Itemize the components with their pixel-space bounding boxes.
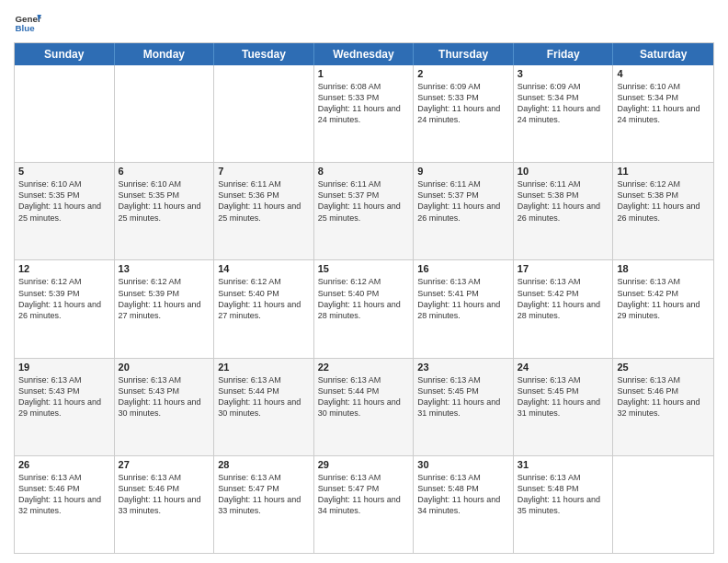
day-number: 8 [318,166,410,177]
day-number: 21 [218,362,310,373]
calendar-row-3: 19Sunrise: 6:13 AM Sunset: 5:43 PM Dayli… [15,358,713,455]
calendar-cell: 21Sunrise: 6:13 AM Sunset: 5:44 PM Dayli… [214,359,314,455]
page: General Blue SundayMondayTuesdayWednesda… [0,0,728,563]
logo-icon: General Blue [14,9,41,37]
calendar-cell: 13Sunrise: 6:12 AM Sunset: 5:39 PM Dayli… [115,260,215,357]
day-info: Sunrise: 6:13 AM Sunset: 5:41 PM Dayligh… [417,276,509,321]
header: General Blue [14,9,714,37]
calendar-row-1: 5Sunrise: 6:10 AM Sunset: 5:35 PM Daylig… [15,162,713,259]
calendar-cell: 30Sunrise: 6:13 AM Sunset: 5:48 PM Dayli… [414,456,514,553]
calendar-cell: 4Sunrise: 6:10 AM Sunset: 5:34 PM Daylig… [613,65,713,162]
calendar-cell [613,456,713,553]
day-number: 3 [518,68,609,79]
day-number: 24 [518,362,609,373]
day-info: Sunrise: 6:10 AM Sunset: 5:35 PM Dayligh… [119,178,210,224]
calendar-cell [15,65,115,162]
day-number: 11 [617,166,710,177]
calendar-row-0: 1Sunrise: 6:08 AM Sunset: 5:33 PM Daylig… [15,65,713,162]
calendar-cell: 23Sunrise: 6:13 AM Sunset: 5:45 PM Dayli… [414,359,514,455]
header-day-thursday: Thursday [414,43,514,65]
day-info: Sunrise: 6:09 AM Sunset: 5:34 PM Dayligh… [518,81,609,126]
calendar-cell: 8Sunrise: 6:11 AM Sunset: 5:37 PM Daylig… [314,163,415,259]
day-info: Sunrise: 6:11 AM Sunset: 5:38 PM Dayligh… [518,178,609,224]
day-info: Sunrise: 6:12 AM Sunset: 5:38 PM Dayligh… [617,178,710,224]
day-number: 9 [417,166,509,177]
header-day-friday: Friday [514,43,614,65]
day-info: Sunrise: 6:12 AM Sunset: 5:40 PM Dayligh… [218,276,310,321]
day-number: 20 [119,362,210,373]
header-day-monday: Monday [115,43,215,65]
calendar-cell: 18Sunrise: 6:13 AM Sunset: 5:42 PM Dayli… [613,260,713,357]
calendar-cell: 9Sunrise: 6:11 AM Sunset: 5:37 PM Daylig… [414,163,514,259]
day-number: 13 [119,263,210,274]
day-number: 18 [617,263,710,274]
calendar-cell: 5Sunrise: 6:10 AM Sunset: 5:35 PM Daylig… [15,163,115,259]
day-info: Sunrise: 6:08 AM Sunset: 5:33 PM Dayligh… [318,81,410,126]
header-day-tuesday: Tuesday [214,43,314,65]
day-number: 23 [417,362,509,373]
day-info: Sunrise: 6:11 AM Sunset: 5:37 PM Dayligh… [417,178,509,224]
calendar-cell: 20Sunrise: 6:13 AM Sunset: 5:43 PM Dayli… [115,359,215,455]
day-number: 15 [318,263,410,274]
day-number: 6 [119,166,210,177]
day-number: 1 [318,68,410,79]
calendar-cell: 26Sunrise: 6:13 AM Sunset: 5:46 PM Dayli… [15,456,115,553]
day-info: Sunrise: 6:13 AM Sunset: 5:44 PM Dayligh… [218,374,310,419]
calendar-cell: 6Sunrise: 6:10 AM Sunset: 5:35 PM Daylig… [115,163,215,259]
day-info: Sunrise: 6:13 AM Sunset: 5:42 PM Dayligh… [518,276,609,321]
calendar-header: SundayMondayTuesdayWednesdayThursdayFrid… [15,43,713,65]
calendar: SundayMondayTuesdayWednesdayThursdayFrid… [14,42,714,554]
day-info: Sunrise: 6:13 AM Sunset: 5:43 PM Dayligh… [18,374,110,419]
calendar-cell [214,65,314,162]
day-number: 27 [119,459,210,470]
day-info: Sunrise: 6:10 AM Sunset: 5:34 PM Dayligh… [617,81,710,126]
calendar-cell: 7Sunrise: 6:11 AM Sunset: 5:36 PM Daylig… [214,163,314,259]
day-info: Sunrise: 6:13 AM Sunset: 5:46 PM Dayligh… [119,472,210,517]
day-info: Sunrise: 6:13 AM Sunset: 5:43 PM Dayligh… [119,374,210,419]
day-number: 12 [18,263,110,274]
day-number: 16 [417,263,509,274]
calendar-cell: 17Sunrise: 6:13 AM Sunset: 5:42 PM Dayli… [514,260,614,357]
day-number: 14 [218,263,310,274]
calendar-row-4: 26Sunrise: 6:13 AM Sunset: 5:46 PM Dayli… [15,455,713,553]
header-day-wednesday: Wednesday [314,43,415,65]
day-info: Sunrise: 6:10 AM Sunset: 5:35 PM Dayligh… [18,178,110,224]
day-info: Sunrise: 6:13 AM Sunset: 5:46 PM Dayligh… [18,472,110,517]
calendar-cell: 10Sunrise: 6:11 AM Sunset: 5:38 PM Dayli… [514,163,614,259]
calendar-cell: 25Sunrise: 6:13 AM Sunset: 5:46 PM Dayli… [613,359,713,455]
day-number: 19 [18,362,110,373]
day-number: 28 [218,459,310,470]
day-number: 26 [18,459,110,470]
day-number: 22 [318,362,410,373]
day-info: Sunrise: 6:09 AM Sunset: 5:33 PM Dayligh… [417,81,509,126]
day-number: 2 [417,68,509,79]
day-number: 29 [318,459,410,470]
calendar-cell: 1Sunrise: 6:08 AM Sunset: 5:33 PM Daylig… [314,65,415,162]
day-number: 17 [518,263,609,274]
day-number: 30 [417,459,509,470]
calendar-cell: 24Sunrise: 6:13 AM Sunset: 5:45 PM Dayli… [514,359,614,455]
day-info: Sunrise: 6:12 AM Sunset: 5:40 PM Dayligh… [318,276,410,321]
day-info: Sunrise: 6:13 AM Sunset: 5:48 PM Dayligh… [417,472,509,517]
day-info: Sunrise: 6:13 AM Sunset: 5:45 PM Dayligh… [417,374,509,419]
calendar-cell: 15Sunrise: 6:12 AM Sunset: 5:40 PM Dayli… [314,260,415,357]
day-number: 31 [518,459,609,470]
day-info: Sunrise: 6:11 AM Sunset: 5:36 PM Dayligh… [218,178,310,224]
day-number: 10 [518,166,609,177]
calendar-body: 1Sunrise: 6:08 AM Sunset: 5:33 PM Daylig… [15,65,713,553]
calendar-cell: 3Sunrise: 6:09 AM Sunset: 5:34 PM Daylig… [514,65,614,162]
day-number: 7 [218,166,310,177]
calendar-cell [115,65,215,162]
calendar-cell: 14Sunrise: 6:12 AM Sunset: 5:40 PM Dayli… [214,260,314,357]
svg-text:Blue: Blue [16,23,36,33]
day-info: Sunrise: 6:13 AM Sunset: 5:47 PM Dayligh… [318,472,410,517]
calendar-cell: 12Sunrise: 6:12 AM Sunset: 5:39 PM Dayli… [15,260,115,357]
header-day-saturday: Saturday [613,43,713,65]
calendar-cell: 22Sunrise: 6:13 AM Sunset: 5:44 PM Dayli… [314,359,415,455]
header-day-sunday: Sunday [15,43,115,65]
calendar-cell: 19Sunrise: 6:13 AM Sunset: 5:43 PM Dayli… [15,359,115,455]
calendar-cell: 29Sunrise: 6:13 AM Sunset: 5:47 PM Dayli… [314,456,415,553]
day-info: Sunrise: 6:13 AM Sunset: 5:45 PM Dayligh… [518,374,609,419]
day-info: Sunrise: 6:13 AM Sunset: 5:48 PM Dayligh… [518,472,609,517]
calendar-cell: 11Sunrise: 6:12 AM Sunset: 5:38 PM Dayli… [613,163,713,259]
